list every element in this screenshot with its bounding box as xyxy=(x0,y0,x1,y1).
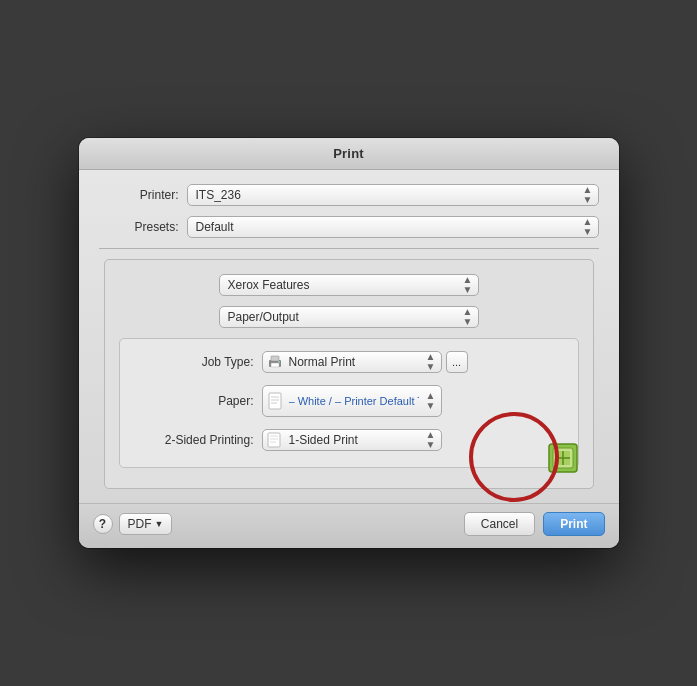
inner-box: Job Type: xyxy=(119,338,579,468)
cancel-button[interactable]: Cancel xyxy=(464,512,535,536)
paper-label: Paper: xyxy=(134,394,254,408)
dialog-body: Printer: ITS_236 ▲▼ Presets: Default xyxy=(79,170,619,489)
xerox-features-row: Xerox Features ▲▼ xyxy=(119,274,579,296)
pdf-arrow: ▼ xyxy=(155,519,164,529)
paper-output-select[interactable]: Paper/Output xyxy=(219,306,479,328)
ellipsis-button[interactable]: ... xyxy=(446,351,468,373)
paper-output-row: Paper/Output ▲▼ xyxy=(119,306,579,328)
presets-row: Presets: Default ▲▼ xyxy=(99,216,599,238)
paper-row: Paper: – White / – Printer Default Type xyxy=(134,385,564,417)
paper-select-wrapper: – White / – Printer Default Type ▲▼ xyxy=(262,385,442,417)
xerox-features-select-wrapper: Xerox Features ▲▼ xyxy=(219,274,479,296)
xerox-features-select[interactable]: Xerox Features xyxy=(219,274,479,296)
printer-label: Printer: xyxy=(99,188,179,202)
footer-left: ? PDF ▼ xyxy=(93,513,173,535)
dialog-footer: ? PDF ▼ Cancel Print xyxy=(79,503,619,548)
sided-select-wrapper: 1-Sided Print ▲▼ xyxy=(262,429,442,451)
printer-row: Printer: ITS_236 ▲▼ xyxy=(99,184,599,206)
job-type-controls: Normal Print ▲▼ ... xyxy=(262,351,468,373)
paper-output-select-wrapper: Paper/Output ▲▼ xyxy=(219,306,479,328)
paper-select[interactable]: – White / – Printer Default Type xyxy=(262,385,442,417)
dialog-title: Print xyxy=(333,146,364,161)
print-button[interactable]: Print xyxy=(543,512,604,536)
pdf-button[interactable]: PDF ▼ xyxy=(119,513,173,535)
divider xyxy=(99,248,599,249)
sided-select[interactable]: 1-Sided Print xyxy=(262,429,442,451)
green-square-icon[interactable] xyxy=(547,442,579,474)
presets-select[interactable]: Default xyxy=(187,216,599,238)
sided-label: 2-Sided Printing: xyxy=(134,433,254,447)
job-type-select[interactable]: Normal Print xyxy=(262,351,442,373)
presets-select-wrapper: Default ▲▼ xyxy=(187,216,599,238)
printer-select-wrapper: ITS_236 ▲▼ xyxy=(187,184,599,206)
pdf-label: PDF xyxy=(128,517,152,531)
job-type-label: Job Type: xyxy=(134,355,254,369)
print-dialog: Print Printer: ITS_236 ▲▼ Presets: xyxy=(79,138,619,548)
printer-select[interactable]: ITS_236 xyxy=(187,184,599,206)
dialog-container: Print Printer: ITS_236 ▲▼ Presets: xyxy=(79,138,619,548)
job-type-row: Job Type: xyxy=(134,351,564,373)
section-box: Xerox Features ▲▼ Paper/Output xyxy=(104,259,594,489)
help-button[interactable]: ? xyxy=(93,514,113,534)
footer-right: Cancel Print xyxy=(464,512,605,536)
sided-row: 2-Sided Printing: 1-Sided Print xyxy=(134,429,564,451)
job-type-select-wrapper: Normal Print ▲▼ xyxy=(262,351,442,373)
presets-label: Presets: xyxy=(99,220,179,234)
dialog-titlebar: Print xyxy=(79,138,619,170)
